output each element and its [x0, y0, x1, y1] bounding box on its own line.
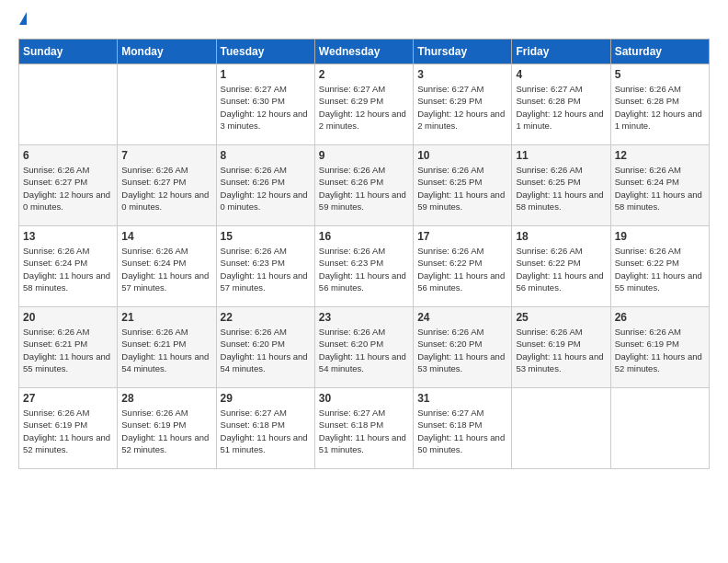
calendar-cell: 10Sunrise: 6:26 AM Sunset: 6:25 PM Dayli…	[414, 145, 512, 226]
header	[18, 15, 710, 28]
logo-triangle-icon	[19, 12, 27, 25]
day-info: Sunrise: 6:26 AM Sunset: 6:22 PM Dayligh…	[516, 245, 606, 293]
day-info: Sunrise: 6:26 AM Sunset: 6:21 PM Dayligh…	[23, 326, 113, 374]
day-info: Sunrise: 6:27 AM Sunset: 6:18 PM Dayligh…	[319, 407, 409, 455]
calendar-cell: 15Sunrise: 6:26 AM Sunset: 6:23 PM Dayli…	[216, 226, 314, 307]
calendar-cell: 29Sunrise: 6:27 AM Sunset: 6:18 PM Dayli…	[216, 388, 314, 469]
day-number: 27	[23, 392, 113, 405]
day-number: 26	[615, 311, 705, 324]
logo	[18, 15, 27, 28]
day-info: Sunrise: 6:26 AM Sunset: 6:19 PM Dayligh…	[121, 407, 211, 455]
calendar-table: SundayMondayTuesdayWednesdayThursdayFrid…	[18, 39, 710, 469]
day-info: Sunrise: 6:26 AM Sunset: 6:20 PM Dayligh…	[417, 326, 507, 374]
day-info: Sunrise: 6:26 AM Sunset: 6:21 PM Dayligh…	[121, 326, 211, 374]
day-number: 13	[23, 230, 113, 243]
day-info: Sunrise: 6:26 AM Sunset: 6:27 PM Dayligh…	[121, 164, 211, 213]
calendar-cell: 27Sunrise: 6:26 AM Sunset: 6:19 PM Dayli…	[19, 388, 118, 469]
day-number: 1	[221, 68, 311, 81]
day-info: Sunrise: 6:27 AM Sunset: 6:29 PM Dayligh…	[319, 83, 409, 132]
day-info: Sunrise: 6:26 AM Sunset: 6:26 PM Dayligh…	[221, 164, 311, 213]
week-row-4: 20Sunrise: 6:26 AM Sunset: 6:21 PM Dayli…	[19, 307, 710, 388]
calendar-cell: 25Sunrise: 6:26 AM Sunset: 6:19 PM Dayli…	[512, 307, 610, 388]
day-info: Sunrise: 6:26 AM Sunset: 6:22 PM Dayligh…	[417, 245, 507, 293]
calendar-cell: 3Sunrise: 6:27 AM Sunset: 6:29 PM Daylig…	[414, 64, 512, 145]
week-row-3: 13Sunrise: 6:26 AM Sunset: 6:24 PM Dayli…	[19, 226, 710, 307]
calendar-cell: 12Sunrise: 6:26 AM Sunset: 6:24 PM Dayli…	[610, 145, 709, 226]
weekday-header-friday: Friday	[512, 40, 610, 64]
day-info: Sunrise: 6:27 AM Sunset: 6:18 PM Dayligh…	[221, 407, 311, 455]
day-info: Sunrise: 6:26 AM Sunset: 6:27 PM Dayligh…	[23, 164, 113, 213]
calendar-cell: 20Sunrise: 6:26 AM Sunset: 6:21 PM Dayli…	[19, 307, 118, 388]
day-number: 17	[417, 230, 507, 243]
day-number: 10	[417, 149, 507, 162]
day-info: Sunrise: 6:26 AM Sunset: 6:20 PM Dayligh…	[319, 326, 409, 374]
calendar-cell: 11Sunrise: 6:26 AM Sunset: 6:25 PM Dayli…	[512, 145, 610, 226]
calendar-cell	[610, 388, 709, 469]
day-info: Sunrise: 6:26 AM Sunset: 6:20 PM Dayligh…	[221, 326, 311, 374]
day-info: Sunrise: 6:26 AM Sunset: 6:25 PM Dayligh…	[516, 164, 606, 213]
day-info: Sunrise: 6:27 AM Sunset: 6:30 PM Dayligh…	[221, 83, 311, 132]
weekday-header-sunday: Sunday	[19, 40, 118, 64]
calendar-cell: 13Sunrise: 6:26 AM Sunset: 6:24 PM Dayli…	[19, 226, 118, 307]
day-number: 11	[516, 149, 606, 162]
calendar-cell: 8Sunrise: 6:26 AM Sunset: 6:26 PM Daylig…	[216, 145, 314, 226]
calendar-cell: 16Sunrise: 6:26 AM Sunset: 6:23 PM Dayli…	[314, 226, 413, 307]
weekday-header-saturday: Saturday	[610, 40, 709, 64]
day-number: 20	[23, 311, 113, 324]
day-number: 23	[319, 311, 409, 324]
calendar-cell: 22Sunrise: 6:26 AM Sunset: 6:20 PM Dayli…	[216, 307, 314, 388]
calendar-cell: 21Sunrise: 6:26 AM Sunset: 6:21 PM Dayli…	[118, 307, 216, 388]
weekday-header-thursday: Thursday	[414, 40, 512, 64]
calendar-cell: 26Sunrise: 6:26 AM Sunset: 6:19 PM Dayli…	[610, 307, 709, 388]
week-row-2: 6Sunrise: 6:26 AM Sunset: 6:27 PM Daylig…	[19, 145, 710, 226]
day-number: 28	[121, 392, 211, 405]
calendar-cell: 1Sunrise: 6:27 AM Sunset: 6:30 PM Daylig…	[216, 64, 314, 145]
calendar-cell: 18Sunrise: 6:26 AM Sunset: 6:22 PM Dayli…	[512, 226, 610, 307]
day-number: 21	[121, 311, 211, 324]
calendar-cell: 28Sunrise: 6:26 AM Sunset: 6:19 PM Dayli…	[118, 388, 216, 469]
calendar-cell: 6Sunrise: 6:26 AM Sunset: 6:27 PM Daylig…	[19, 145, 118, 226]
day-number: 6	[23, 149, 113, 162]
day-number: 2	[319, 68, 409, 81]
day-number: 29	[221, 392, 311, 405]
weekday-header-tuesday: Tuesday	[216, 40, 314, 64]
day-number: 12	[615, 149, 705, 162]
day-info: Sunrise: 6:27 AM Sunset: 6:29 PM Dayligh…	[417, 83, 507, 132]
day-info: Sunrise: 6:27 AM Sunset: 6:18 PM Dayligh…	[417, 407, 507, 455]
calendar-cell: 31Sunrise: 6:27 AM Sunset: 6:18 PM Dayli…	[414, 388, 512, 469]
day-number: 16	[319, 230, 409, 243]
day-number: 8	[221, 149, 311, 162]
day-info: Sunrise: 6:26 AM Sunset: 6:19 PM Dayligh…	[516, 326, 606, 374]
day-info: Sunrise: 6:26 AM Sunset: 6:24 PM Dayligh…	[23, 245, 113, 293]
day-info: Sunrise: 6:26 AM Sunset: 6:23 PM Dayligh…	[221, 245, 311, 293]
day-number: 30	[319, 392, 409, 405]
calendar-cell: 14Sunrise: 6:26 AM Sunset: 6:24 PM Dayli…	[118, 226, 216, 307]
day-number: 19	[615, 230, 705, 243]
day-info: Sunrise: 6:26 AM Sunset: 6:26 PM Dayligh…	[319, 164, 409, 213]
day-number: 22	[221, 311, 311, 324]
day-number: 31	[417, 392, 507, 405]
calendar-cell: 19Sunrise: 6:26 AM Sunset: 6:22 PM Dayli…	[610, 226, 709, 307]
day-info: Sunrise: 6:27 AM Sunset: 6:28 PM Dayligh…	[516, 83, 606, 132]
calendar-cell	[118, 64, 216, 145]
day-info: Sunrise: 6:26 AM Sunset: 6:24 PM Dayligh…	[615, 164, 705, 213]
calendar-cell	[19, 64, 118, 145]
day-number: 14	[121, 230, 211, 243]
weekday-header-monday: Monday	[118, 40, 216, 64]
day-number: 3	[417, 68, 507, 81]
weekday-header-row: SundayMondayTuesdayWednesdayThursdayFrid…	[19, 40, 710, 64]
day-number: 7	[121, 149, 211, 162]
day-number: 15	[221, 230, 311, 243]
day-number: 5	[615, 68, 705, 81]
page: SundayMondayTuesdayWednesdayThursdayFrid…	[0, 0, 728, 563]
weekday-header-wednesday: Wednesday	[314, 40, 413, 64]
day-number: 25	[516, 311, 606, 324]
day-info: Sunrise: 6:26 AM Sunset: 6:19 PM Dayligh…	[23, 407, 113, 455]
day-info: Sunrise: 6:26 AM Sunset: 6:24 PM Dayligh…	[121, 245, 211, 293]
calendar-cell: 17Sunrise: 6:26 AM Sunset: 6:22 PM Dayli…	[414, 226, 512, 307]
day-info: Sunrise: 6:26 AM Sunset: 6:23 PM Dayligh…	[319, 245, 409, 293]
calendar-cell: 4Sunrise: 6:27 AM Sunset: 6:28 PM Daylig…	[512, 64, 610, 145]
day-info: Sunrise: 6:26 AM Sunset: 6:25 PM Dayligh…	[417, 164, 507, 213]
day-number: 4	[516, 68, 606, 81]
calendar-cell: 2Sunrise: 6:27 AM Sunset: 6:29 PM Daylig…	[314, 64, 413, 145]
